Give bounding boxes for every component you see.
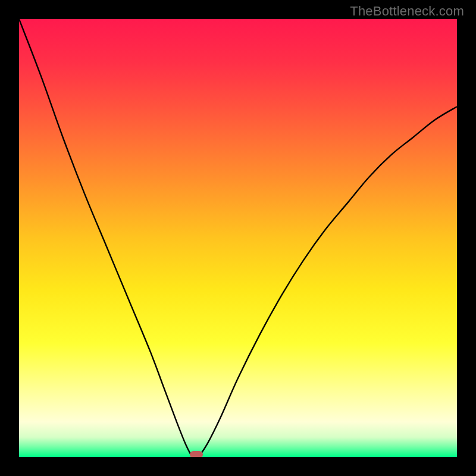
watermark-text: TheBottleneck.com xyxy=(350,4,464,19)
chart-frame: TheBottleneck.com xyxy=(0,0,476,476)
bottleneck-curve xyxy=(19,19,457,457)
optimal-point-marker xyxy=(190,451,203,457)
plot-area xyxy=(19,19,457,457)
curve-layer xyxy=(19,19,457,457)
